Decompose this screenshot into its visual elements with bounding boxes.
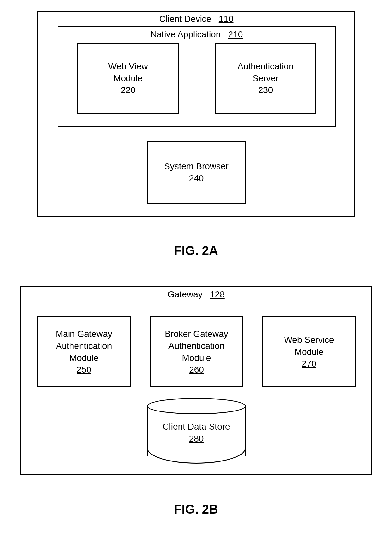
broker-gw-line3: Module [182,352,211,364]
broker-gateway-auth-module-box: Broker Gateway Authentication Module 260 [150,316,243,387]
client-data-store-cylinder: Client Data Store 280 [147,398,246,464]
main-gw-line2: Authentication [56,340,112,352]
data-store-label: Client Data Store [147,421,246,433]
main-gw-line1: Main Gateway [56,328,112,340]
system-browser-box: System Browser 240 [147,141,246,204]
system-browser-ref: 240 [189,172,204,184]
gateway-ref: 128 [210,289,225,299]
native-application-ref: 210 [228,29,243,39]
web-svc-line1: Web Service [284,334,334,346]
data-store-ref: 280 [147,433,246,445]
web-view-module-box: Web View Module 220 [77,43,179,114]
web-view-ref: 220 [121,84,136,96]
authentication-server-box: Authentication Server 230 [215,43,316,114]
system-browser-label: System Browser [164,160,229,172]
web-svc-ref: 270 [302,358,316,370]
client-device-label: Client Device [159,14,211,24]
main-gw-line3: Module [70,352,99,364]
auth-server-line1: Authentication [237,60,293,72]
main-gateway-auth-module-box: Main Gateway Authentication Module 250 [37,316,131,387]
auth-server-line2: Server [253,72,279,84]
auth-server-ref: 230 [258,84,273,96]
client-device-ref: 110 [219,14,234,24]
gateway-label: Gateway [168,289,203,299]
broker-gw-ref: 260 [189,364,204,376]
figure-2a-caption: FIG. 2A [0,244,392,258]
broker-gw-line1: Broker Gateway [165,328,228,340]
web-svc-line2: Module [295,346,324,358]
web-view-line2: Module [113,72,143,84]
web-service-module-box: Web Service Module 270 [262,316,356,387]
broker-gw-line2: Authentication [168,340,224,352]
main-gw-ref: 250 [77,364,91,376]
native-application-label: Native Application [150,29,221,39]
figure-2b-caption: FIG. 2B [0,502,392,516]
web-view-line1: Web View [108,60,148,72]
